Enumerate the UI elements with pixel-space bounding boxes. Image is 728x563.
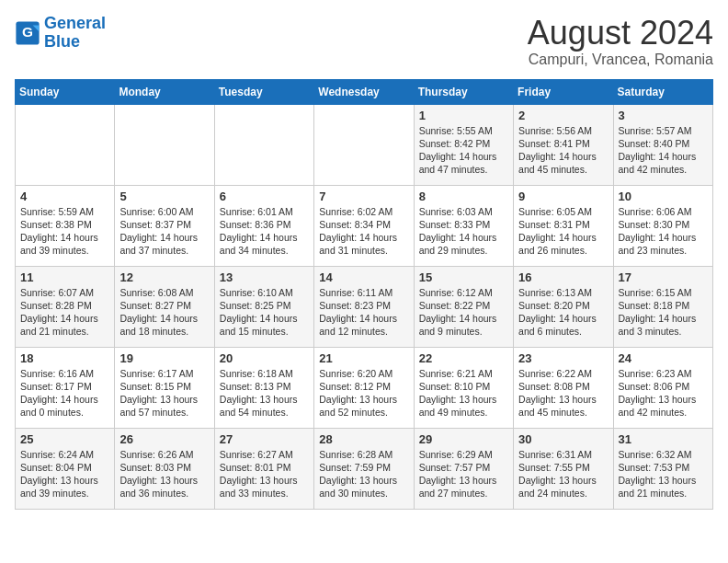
svg-text:G: G	[22, 24, 33, 40]
logo: G General Blue	[15, 15, 106, 52]
week-row-2: 4Sunrise: 5:59 AM Sunset: 8:38 PM Daylig…	[16, 185, 713, 266]
day-cell: 7Sunrise: 6:02 AM Sunset: 8:34 PM Daylig…	[314, 185, 414, 266]
day-content: Sunrise: 5:59 AM Sunset: 8:38 PM Dayligh…	[20, 205, 109, 258]
day-number: 27	[220, 432, 309, 446]
day-cell: 5Sunrise: 6:00 AM Sunset: 8:37 PM Daylig…	[115, 185, 214, 266]
day-content: Sunrise: 6:01 AM Sunset: 8:36 PM Dayligh…	[220, 205, 309, 258]
day-cell	[16, 104, 115, 185]
day-number: 13	[220, 270, 309, 284]
day-cell: 18Sunrise: 6:16 AM Sunset: 8:17 PM Dayli…	[16, 347, 115, 428]
day-number: 11	[20, 270, 109, 284]
day-cell: 25Sunrise: 6:24 AM Sunset: 8:04 PM Dayli…	[16, 428, 115, 509]
day-content: Sunrise: 6:26 AM Sunset: 8:03 PM Dayligh…	[119, 448, 209, 500]
day-cell	[214, 104, 313, 185]
day-number: 5	[119, 190, 209, 203]
day-number: 3	[619, 109, 708, 122]
day-number: 8	[419, 190, 508, 203]
week-row-3: 11Sunrise: 6:07 AM Sunset: 8:28 PM Dayli…	[16, 266, 713, 347]
day-cell: 3Sunrise: 5:57 AM Sunset: 8:40 PM Daylig…	[613, 104, 712, 185]
day-content: Sunrise: 6:06 AM Sunset: 8:30 PM Dayligh…	[619, 205, 708, 258]
day-content: Sunrise: 6:11 AM Sunset: 8:23 PM Dayligh…	[319, 286, 408, 339]
calendar-table: SundayMondayTuesdayWednesdayThursdayFrid…	[15, 79, 713, 510]
day-cell: 15Sunrise: 6:12 AM Sunset: 8:22 PM Dayli…	[414, 266, 513, 347]
day-number: 6	[220, 190, 309, 203]
header-day-tuesday: Tuesday	[214, 79, 313, 104]
day-cell: 14Sunrise: 6:11 AM Sunset: 8:23 PM Dayli…	[314, 266, 414, 347]
title-block: August 2024 Campuri, Vrancea, Romania	[528, 15, 713, 68]
day-cell	[115, 104, 214, 185]
header-day-thursday: Thursday	[414, 79, 513, 104]
day-cell: 4Sunrise: 5:59 AM Sunset: 8:38 PM Daylig…	[16, 185, 115, 266]
day-content: Sunrise: 6:15 AM Sunset: 8:18 PM Dayligh…	[619, 286, 708, 339]
day-content: Sunrise: 6:00 AM Sunset: 8:37 PM Dayligh…	[119, 205, 209, 258]
day-content: Sunrise: 6:08 AM Sunset: 8:27 PM Dayligh…	[119, 286, 209, 339]
day-content: Sunrise: 6:27 AM Sunset: 8:01 PM Dayligh…	[220, 448, 309, 500]
logo-line2: Blue	[44, 32, 80, 51]
page-header: G General Blue August 2024 Campuri, Vran…	[15, 15, 713, 68]
day-number: 17	[619, 270, 708, 284]
location: Campuri, Vrancea, Romania	[528, 52, 713, 68]
day-number: 29	[419, 432, 508, 446]
day-number: 18	[20, 351, 109, 365]
day-content: Sunrise: 6:03 AM Sunset: 8:33 PM Dayligh…	[419, 205, 508, 258]
day-number: 16	[518, 270, 608, 284]
calendar-body: 1Sunrise: 5:55 AM Sunset: 8:42 PM Daylig…	[16, 104, 713, 509]
logo-line1: General	[44, 14, 106, 32]
day-cell: 20Sunrise: 6:18 AM Sunset: 8:13 PM Dayli…	[214, 347, 313, 428]
day-content: Sunrise: 6:17 AM Sunset: 8:15 PM Dayligh…	[119, 367, 209, 419]
day-content: Sunrise: 6:20 AM Sunset: 8:12 PM Dayligh…	[319, 367, 408, 419]
day-content: Sunrise: 6:21 AM Sunset: 8:10 PM Dayligh…	[419, 367, 508, 419]
header-day-saturday: Saturday	[613, 79, 712, 104]
day-number: 22	[419, 351, 508, 365]
day-content: Sunrise: 6:28 AM Sunset: 7:59 PM Dayligh…	[319, 448, 408, 500]
day-cell: 12Sunrise: 6:08 AM Sunset: 8:27 PM Dayli…	[115, 266, 214, 347]
day-cell: 29Sunrise: 6:29 AM Sunset: 7:57 PM Dayli…	[414, 428, 513, 509]
day-cell: 13Sunrise: 6:10 AM Sunset: 8:25 PM Dayli…	[214, 266, 313, 347]
logo-icon: G	[15, 20, 40, 46]
day-content: Sunrise: 6:13 AM Sunset: 8:20 PM Dayligh…	[518, 286, 608, 339]
day-cell: 26Sunrise: 6:26 AM Sunset: 8:03 PM Dayli…	[115, 428, 214, 509]
day-content: Sunrise: 6:12 AM Sunset: 8:22 PM Dayligh…	[419, 286, 508, 339]
day-content: Sunrise: 6:31 AM Sunset: 7:55 PM Dayligh…	[518, 448, 608, 500]
day-cell: 21Sunrise: 6:20 AM Sunset: 8:12 PM Dayli…	[314, 347, 414, 428]
logo-text: General Blue	[44, 15, 106, 52]
day-number: 19	[119, 351, 209, 365]
day-number: 25	[20, 432, 109, 446]
day-content: Sunrise: 5:56 AM Sunset: 8:41 PM Dayligh…	[518, 124, 608, 177]
header-day-wednesday: Wednesday	[314, 79, 414, 104]
day-cell: 30Sunrise: 6:31 AM Sunset: 7:55 PM Dayli…	[514, 428, 613, 509]
week-row-1: 1Sunrise: 5:55 AM Sunset: 8:42 PM Daylig…	[16, 104, 713, 185]
day-cell: 8Sunrise: 6:03 AM Sunset: 8:33 PM Daylig…	[414, 185, 513, 266]
day-content: Sunrise: 6:07 AM Sunset: 8:28 PM Dayligh…	[20, 286, 109, 339]
day-cell: 1Sunrise: 5:55 AM Sunset: 8:42 PM Daylig…	[414, 104, 513, 185]
day-number: 23	[518, 351, 608, 365]
day-cell: 19Sunrise: 6:17 AM Sunset: 8:15 PM Dayli…	[115, 347, 214, 428]
day-content: Sunrise: 6:23 AM Sunset: 8:06 PM Dayligh…	[619, 367, 708, 419]
day-cell: 6Sunrise: 6:01 AM Sunset: 8:36 PM Daylig…	[214, 185, 313, 266]
day-number: 1	[419, 109, 508, 122]
header-day-monday: Monday	[115, 79, 214, 104]
day-cell: 31Sunrise: 6:32 AM Sunset: 7:53 PM Dayli…	[613, 428, 712, 509]
day-number: 4	[20, 190, 109, 203]
day-number: 21	[319, 351, 408, 365]
day-number: 28	[319, 432, 408, 446]
day-cell: 11Sunrise: 6:07 AM Sunset: 8:28 PM Dayli…	[16, 266, 115, 347]
day-content: Sunrise: 6:16 AM Sunset: 8:17 PM Dayligh…	[20, 367, 109, 419]
header-row: SundayMondayTuesdayWednesdayThursdayFrid…	[16, 79, 713, 104]
day-cell	[314, 104, 414, 185]
day-cell: 28Sunrise: 6:28 AM Sunset: 7:59 PM Dayli…	[314, 428, 414, 509]
day-content: Sunrise: 5:57 AM Sunset: 8:40 PM Dayligh…	[619, 124, 708, 177]
header-day-friday: Friday	[514, 79, 613, 104]
day-number: 14	[319, 270, 408, 284]
day-cell: 17Sunrise: 6:15 AM Sunset: 8:18 PM Dayli…	[613, 266, 712, 347]
month-year: August 2024	[528, 15, 713, 52]
day-content: Sunrise: 5:55 AM Sunset: 8:42 PM Dayligh…	[419, 124, 508, 177]
day-number: 31	[619, 432, 708, 446]
week-row-4: 18Sunrise: 6:16 AM Sunset: 8:17 PM Dayli…	[16, 347, 713, 428]
day-content: Sunrise: 6:24 AM Sunset: 8:04 PM Dayligh…	[20, 448, 109, 500]
header-day-sunday: Sunday	[16, 79, 115, 104]
day-cell: 23Sunrise: 6:22 AM Sunset: 8:08 PM Dayli…	[514, 347, 613, 428]
day-content: Sunrise: 6:32 AM Sunset: 7:53 PM Dayligh…	[619, 448, 708, 500]
day-number: 12	[119, 270, 209, 284]
day-number: 20	[220, 351, 309, 365]
